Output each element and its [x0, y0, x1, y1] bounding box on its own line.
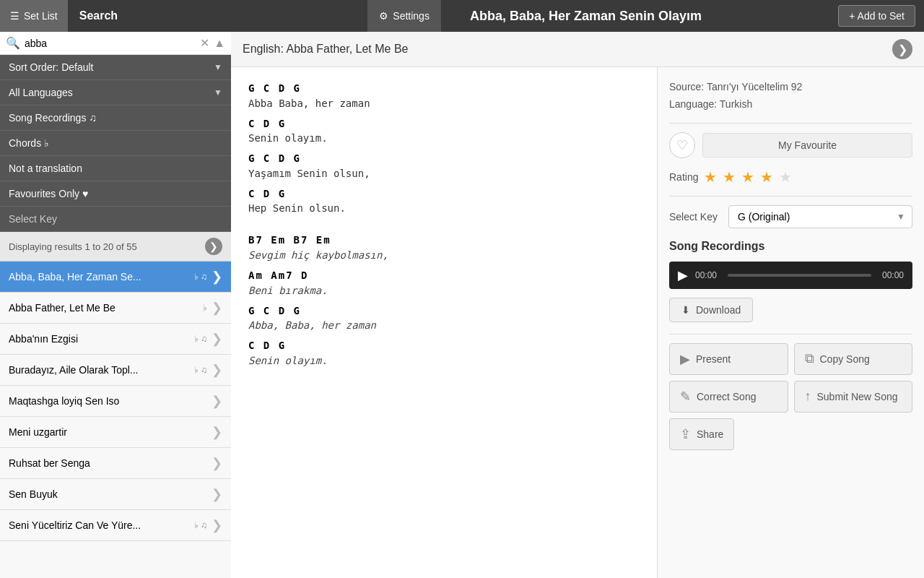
- download-label: Download: [696, 304, 741, 316]
- submit-new-song-label: Submit New Song: [817, 391, 898, 402]
- sort-order-filter[interactable]: Sort Order: Default ▼: [0, 55, 231, 80]
- page-title: Abba, Baba, Her Zaman Senin Olayım: [470, 9, 702, 24]
- song-arrow-icon: ❯: [212, 393, 222, 409]
- download-button[interactable]: ⬇ Download: [669, 298, 753, 322]
- all-languages-filter[interactable]: All Languages ▼: [0, 80, 231, 105]
- list-item[interactable]: Sen Buyuk❯: [0, 479, 231, 510]
- content-header: English: Abba Father, Let Me Be ❯: [231, 32, 924, 67]
- chord-line: G C D G: [248, 152, 640, 166]
- present-label: Present: [696, 353, 731, 365]
- song-icons: ♭ ♫: [194, 334, 207, 344]
- play-button[interactable]: ▶: [678, 267, 688, 283]
- list-item[interactable]: Abba'nın Ezgisi♭ ♫❯: [0, 324, 231, 355]
- chord-line: C D G: [248, 339, 640, 353]
- song-name: Seni Yüceltiriz Can Ve Yüre...: [9, 519, 194, 531]
- song-recordings-toggle[interactable]: Song Recordings ♫: [0, 105, 231, 131]
- favourites-only-toggle[interactable]: Favourites Only ♥: [0, 181, 231, 207]
- list-item[interactable]: Meni uzgartir❯: [0, 417, 231, 448]
- song-name: Maqtashga loyiq Sen Iso: [9, 395, 207, 407]
- copy-icon: ⧉: [805, 351, 814, 366]
- correct-song-label: Correct Song: [697, 391, 756, 402]
- right-panel: Source: Tanrı'yı Yüceltelim 92 Language:…: [657, 67, 924, 578]
- search-input[interactable]: [25, 38, 196, 49]
- top-bar-center: ⚙ Settings Abba, Baba, Her Zaman Senin O…: [231, 0, 838, 32]
- correct-song-button[interactable]: ✎ Correct Song: [669, 381, 788, 413]
- content-title: English: Abba Father, Let Me Be: [243, 43, 408, 56]
- audio-time-current: 00:00: [695, 270, 720, 280]
- heart-icon: ♡: [676, 137, 688, 153]
- meta-info: Source: Tanrı'yı Yüceltelim 92 Language:…: [669, 79, 912, 113]
- list-item[interactable]: Maqtashga loyiq Sen Iso❯: [0, 386, 231, 417]
- search-clear-button[interactable]: ✕: [200, 36, 209, 50]
- correct-icon: ✎: [680, 389, 691, 405]
- submit-new-song-button[interactable]: ↑ Submit New Song: [794, 381, 913, 413]
- download-icon: ⬇: [681, 304, 690, 316]
- copy-song-button[interactable]: ⧉ Copy Song: [794, 343, 913, 375]
- share-label: Share: [697, 428, 723, 440]
- content-nav-button[interactable]: ❯: [892, 39, 912, 59]
- song-name: Abba'nın Ezgisi: [9, 333, 194, 345]
- star-1[interactable]: ★: [704, 168, 717, 186]
- chord-line: Am Am7 D: [248, 269, 640, 283]
- share-icon: ⇪: [680, 426, 691, 442]
- chord-line: G C D G: [248, 82, 640, 96]
- results-info: Displaying results 1 to 20 of 55 ❯: [0, 232, 231, 262]
- list-icon: ☰: [10, 10, 19, 22]
- song-arrow-icon: ❯: [212, 362, 222, 378]
- song-icons: ♭ ♫: [194, 520, 207, 530]
- lyric-line: Abba Baba, her zaman: [248, 96, 640, 111]
- list-item[interactable]: Abba, Baba, Her Zaman Se...♭ ♫❯: [0, 262, 231, 293]
- search-icon: 🔍: [6, 36, 20, 50]
- star-2[interactable]: ★: [723, 168, 736, 186]
- chords-toggle[interactable]: Chords ♭: [0, 131, 231, 156]
- song-recordings-label: Song Recordings ♫: [9, 112, 97, 124]
- star-5[interactable]: ★: [779, 168, 792, 186]
- star-4[interactable]: ★: [760, 168, 773, 186]
- list-item[interactable]: Buradayız, Aile Olarak Topl...♭ ♫❯: [0, 355, 231, 386]
- gear-icon: ⚙: [379, 10, 388, 22]
- favourite-icon-button[interactable]: ♡: [669, 132, 695, 158]
- song-arrow-icon: ❯: [212, 486, 222, 502]
- search-up-button[interactable]: ▲: [214, 37, 225, 50]
- action-grid-1: ▶ Present ⧉ Copy Song: [669, 343, 912, 375]
- share-button[interactable]: ⇪ Share: [669, 418, 734, 450]
- star-3[interactable]: ★: [741, 168, 754, 186]
- song-icons: ♭ ♫: [194, 365, 207, 375]
- search-bar: 🔍 ✕ ▲: [0, 32, 231, 55]
- song-list: Abba, Baba, Her Zaman Se...♭ ♫❯Abba Fath…: [0, 262, 231, 578]
- lyric-line: Hep Senin olsun.: [248, 201, 640, 216]
- song-arrow-icon: ❯: [212, 331, 222, 347]
- source-text: Source: Tanrı'yı Yüceltelim 92: [669, 79, 912, 95]
- key-select-label: Select Key: [669, 211, 720, 223]
- search-label: Search: [68, 9, 118, 22]
- settings-button[interactable]: ⚙ Settings: [367, 0, 441, 32]
- content-area: English: Abba Father, Let Me Be ❯ G C D …: [231, 32, 924, 578]
- results-next-button[interactable]: ❯: [205, 238, 222, 255]
- main-area: 🔍 ✕ ▲ Sort Order: Default ▼ All Language…: [0, 32, 924, 578]
- present-button[interactable]: ▶ Present: [669, 343, 788, 375]
- language-text: Language: Turkish: [669, 96, 912, 112]
- lyric-line: Senin olayım.: [248, 131, 640, 146]
- song-arrow-icon: ❯: [212, 300, 222, 316]
- audio-progress-bar[interactable]: [728, 274, 871, 277]
- song-arrow-icon: ❯: [212, 269, 222, 285]
- list-item[interactable]: Ruhsat ber Senga❯: [0, 448, 231, 479]
- song-arrow-icon: ❯: [212, 424, 222, 440]
- list-item[interactable]: Abba Father, Let Me Be♭❯: [0, 293, 231, 324]
- select-key-row: Select Key: [0, 207, 231, 232]
- not-translation-toggle[interactable]: Not a translation: [0, 156, 231, 181]
- lyric-italic-line: Abba, Baba, her zaman: [248, 318, 640, 333]
- key-select[interactable]: G (Original) A B C D E F: [728, 205, 912, 228]
- add-to-set-button[interactable]: + Add to Set: [838, 5, 915, 27]
- set-list-button[interactable]: ☰ Set List: [0, 0, 68, 32]
- favourite-label-button[interactable]: My Favourite: [702, 133, 912, 158]
- song-icons: ♭: [203, 303, 207, 313]
- song-name: Abba Father, Let Me Be: [9, 302, 203, 314]
- audio-time-total: 00:00: [879, 270, 904, 280]
- favourites-only-label: Favourites Only ♥: [9, 188, 88, 199]
- chord-line: C D G: [248, 187, 640, 202]
- list-item[interactable]: Seni Yüceltiriz Can Ve Yüre...♭ ♫❯: [0, 510, 231, 541]
- song-name: Sen Buyuk: [9, 488, 207, 500]
- chord-line: G C D G: [248, 304, 640, 319]
- audio-player: ▶ 00:00 00:00: [669, 262, 912, 289]
